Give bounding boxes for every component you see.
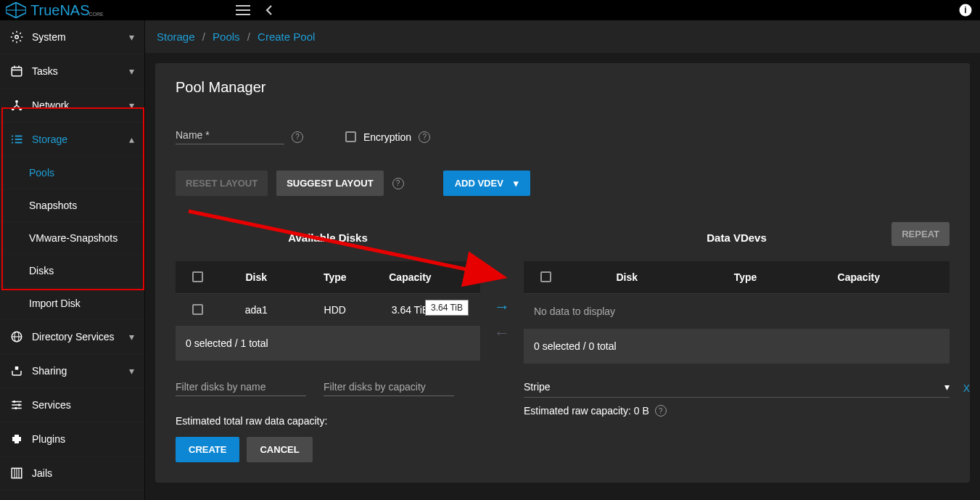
sidebar-item-tasks[interactable]: Tasks ▾	[0, 54, 144, 89]
filter-disks-by-name-input[interactable]: Filter disks by name	[176, 381, 306, 396]
chevron-down-icon: ▾	[514, 178, 519, 189]
chevron-down-icon: ▾	[129, 99, 134, 111]
list-icon	[10, 133, 23, 146]
back-icon[interactable]	[260, 1, 278, 19]
vdev-footer: 0 selected / 0 total	[524, 329, 950, 364]
sidebar-item-directory-services[interactable]: Directory Services ▾	[0, 320, 144, 354]
help-icon[interactable]: ?	[419, 131, 430, 143]
breadcrumb-item[interactable]: Pools	[213, 30, 240, 43]
sidebar-item-network[interactable]: Network ▾	[0, 89, 144, 123]
brand-name: TrueNAS	[30, 2, 90, 19]
jail-icon	[10, 467, 23, 480]
select-all-checkbox[interactable]	[540, 271, 551, 282]
svg-point-8	[15, 36, 19, 39]
breadcrumb: Storage / Pools / Create Pool	[145, 20, 980, 53]
chevron-down-icon: ▾	[129, 331, 134, 343]
nav-label: System	[32, 31, 66, 43]
help-icon[interactable]: ?	[392, 178, 404, 189]
breadcrumb-item: Create Pool	[258, 30, 315, 43]
sidebar: System ▾ Tasks ▾ Network ▾ Storage ▴ Poo…	[0, 20, 145, 500]
pool-name-input[interactable]: Name *	[176, 129, 284, 144]
svg-point-19	[12, 135, 13, 136]
chevron-down-icon: ▾	[944, 381, 950, 393]
share-icon	[10, 364, 23, 377]
nav-label: Network	[32, 99, 69, 111]
suggest-layout-button[interactable]: SUGGEST LAYOUT	[276, 171, 383, 196]
breadcrumb-item[interactable]: Storage	[157, 30, 195, 43]
encryption-checkbox[interactable]	[345, 131, 356, 142]
create-button[interactable]: CREATE	[176, 437, 239, 462]
info-icon[interactable]: i	[957, 1, 974, 19]
no-data-message: No data to display	[524, 294, 950, 329]
add-vdev-button[interactable]: ADD VDEV ▾	[443, 171, 530, 196]
svg-rect-9	[12, 67, 22, 76]
data-vdevs-panel: Data VDevs REPEAT Disk Type Capacity No …	[524, 226, 950, 462]
available-footer: 0 selected / 1 total	[176, 326, 480, 361]
cancel-button[interactable]: CANCEL	[247, 437, 312, 462]
nav-label: Jails	[32, 467, 52, 479]
sidebar-sub-snapshots[interactable]: Snapshots	[0, 189, 144, 222]
sidebar-item-plugins[interactable]: Plugins	[0, 422, 144, 456]
svg-rect-31	[15, 407, 17, 409]
sidebar-sub-pools[interactable]: Pools	[0, 157, 144, 189]
filter-disks-by-capacity-input[interactable]: Filter disks by capacity	[324, 381, 454, 396]
encryption-label: Encryption	[363, 131, 411, 143]
col-header-type: Type	[694, 271, 797, 283]
brand-sub: CORE	[89, 12, 104, 17]
col-header-capacity: Capacity	[369, 271, 451, 283]
data-vdevs-title: Data VDevs	[707, 231, 767, 244]
top-bar: TrueNAS CORE i	[0, 0, 980, 20]
page-title: Pool Manager	[176, 79, 950, 96]
estimated-total-label: Estimated total raw data capacity:	[176, 415, 480, 427]
reset-layout-button[interactable]: RESET LAYOUT	[176, 171, 268, 196]
svg-text:i: i	[964, 5, 966, 15]
remove-vdev-icon[interactable]: X	[963, 382, 970, 394]
data-vdevs-table: Disk Type Capacity No data to display 0 …	[524, 261, 950, 364]
calendar-icon	[10, 65, 23, 78]
sidebar-sub-vmware-snapshots[interactable]: VMware-Snapshots	[0, 222, 144, 255]
chevron-down-icon: ▾	[129, 65, 134, 77]
svg-point-21	[12, 142, 13, 143]
svg-rect-25	[15, 366, 19, 370]
nav-label: Tasks	[32, 65, 58, 77]
chevron-down-icon: ▾	[129, 365, 134, 377]
sidebar-item-services[interactable]: Services	[0, 388, 144, 422]
network-icon	[10, 99, 23, 112]
nav-label: Directory Services	[32, 331, 115, 343]
tune-icon	[10, 398, 23, 411]
help-icon[interactable]: ?	[292, 131, 303, 143]
col-header-disk: Disk	[212, 271, 301, 283]
sidebar-item-system[interactable]: System ▾	[0, 20, 144, 54]
pool-manager-card: Pool Manager Name * ? Encryption ? RESET…	[155, 63, 970, 483]
nav-label: Plugins	[32, 433, 65, 445]
move-left-icon[interactable]: ←	[494, 324, 510, 343]
svg-rect-30	[18, 404, 20, 406]
vdev-type-select[interactable]: Stripe ▾	[524, 381, 950, 398]
sidebar-item-sharing[interactable]: Sharing ▾	[0, 354, 144, 388]
col-header-disk: Disk	[560, 271, 694, 283]
nav-label: Services	[32, 399, 71, 411]
select-all-checkbox[interactable]	[192, 271, 203, 282]
nav-label: Sharing	[32, 365, 67, 377]
available-disks-title: Available Disks	[288, 231, 368, 244]
row-checkbox[interactable]	[192, 304, 203, 315]
logo[interactable]: TrueNAS CORE	[6, 2, 104, 19]
globe-icon	[10, 330, 23, 343]
help-icon[interactable]: ?	[655, 405, 667, 417]
move-right-icon[interactable]: →	[494, 298, 510, 316]
sidebar-item-reporting[interactable]: Reporting	[0, 491, 144, 500]
sidebar-sub-disks[interactable]: Disks	[0, 255, 144, 287]
repeat-button[interactable]: REPEAT	[892, 222, 950, 246]
sidebar-sub-import-disk[interactable]: Import Disk	[0, 287, 144, 320]
svg-point-20	[12, 139, 13, 140]
puzzle-icon	[10, 433, 23, 446]
menu-toggle-icon[interactable]	[234, 1, 252, 19]
gear-icon	[10, 30, 23, 44]
chevron-up-icon: ▴	[129, 134, 134, 145]
sidebar-item-storage[interactable]: Storage ▴	[0, 123, 144, 157]
svg-rect-29	[14, 401, 15, 403]
cell-disk: ada1	[212, 304, 301, 316]
available-disks-panel: Available Disks Disk Type Capacity ada1 …	[176, 226, 480, 462]
svg-point-13	[15, 100, 18, 103]
sidebar-item-jails[interactable]: Jails	[0, 456, 144, 491]
